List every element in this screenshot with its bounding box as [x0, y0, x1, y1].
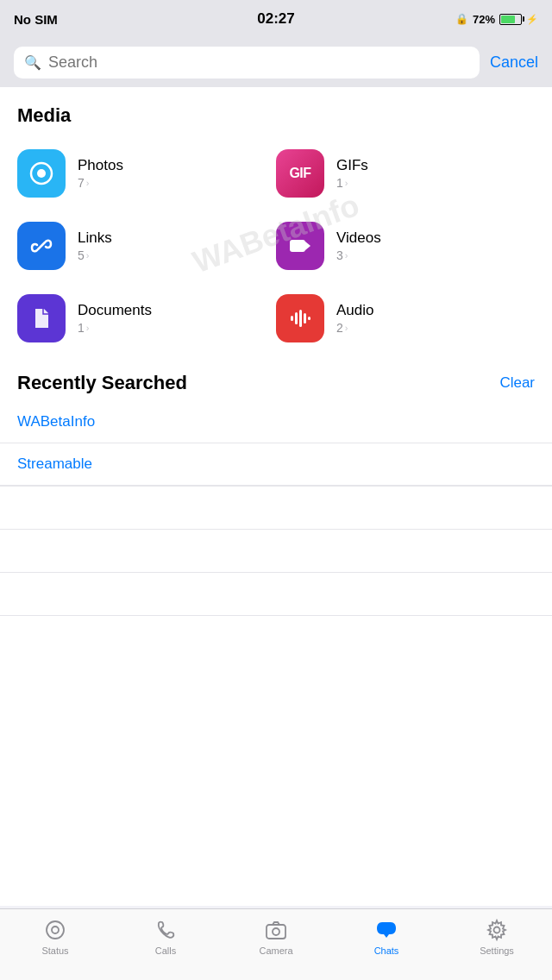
- calls-tab-label: Calls: [155, 945, 176, 956]
- status-right: 🔒 72% ⚡: [455, 13, 538, 26]
- tab-status[interactable]: Status: [29, 918, 81, 956]
- videos-icon: [287, 233, 313, 259]
- tab-settings[interactable]: Settings: [471, 918, 523, 956]
- audio-label: Audio: [336, 302, 373, 319]
- audio-icon: [287, 305, 313, 331]
- main-content: WABetaInfo Media Photos 7 ›: [0, 87, 552, 906]
- svg-point-11: [52, 927, 59, 933]
- documents-count: 1 ›: [78, 321, 152, 335]
- links-info: Links 5 ›: [78, 229, 112, 262]
- documents-info: Documents 1 ›: [78, 302, 152, 335]
- tab-bar: Status Calls Camera Chats: [0, 908, 552, 980]
- gifs-icon-bg: GIF: [276, 149, 324, 198]
- svg-rect-12: [267, 925, 285, 939]
- search-magnifier-icon: 🔍: [24, 54, 41, 71]
- svg-rect-8: [304, 313, 306, 324]
- svg-point-13: [273, 928, 279, 935]
- gifs-label: GIFs: [336, 157, 368, 174]
- links-icon-bg: [17, 222, 66, 270]
- camera-tab-icon: [264, 918, 288, 942]
- chats-tab-label: Chats: [374, 945, 399, 956]
- svg-point-10: [47, 921, 64, 939]
- svg-point-1: [37, 169, 46, 178]
- chats-tab-icon: [374, 918, 398, 942]
- photos-icon-bg: [17, 149, 66, 198]
- links-count: 5 ›: [78, 248, 112, 262]
- documents-icon: [28, 305, 54, 331]
- cancel-button[interactable]: Cancel: [490, 53, 538, 72]
- media-item-documents[interactable]: Documents 1 ›: [17, 282, 276, 355]
- gifs-info: GIFs 1 ›: [336, 157, 368, 190]
- divider-2: [0, 487, 552, 530]
- videos-count: 3 ›: [336, 248, 381, 262]
- media-item-photos[interactable]: Photos 7 ›: [17, 137, 276, 210]
- search-result-wabetainfo[interactable]: WABetaInfo: [0, 401, 552, 443]
- tab-chats[interactable]: Chats: [361, 918, 412, 956]
- photos-count: 7 ›: [78, 176, 123, 190]
- videos-label: Videos: [336, 229, 381, 247]
- photos-info: Photos 7 ›: [78, 157, 123, 190]
- media-item-videos[interactable]: Videos 3 ›: [276, 210, 535, 282]
- search-input[interactable]: [48, 53, 469, 72]
- gif-text-icon: GIF: [289, 166, 310, 181]
- svg-marker-4: [305, 242, 310, 250]
- media-section-title: Media: [0, 87, 552, 137]
- audio-info: Audio 2 ›: [336, 302, 373, 335]
- calls-icon: [154, 919, 177, 941]
- videos-info: Videos 3 ›: [336, 229, 381, 262]
- camera-tab-label: Camera: [259, 945, 292, 956]
- recently-searched-header: Recently Searched Clear: [0, 355, 552, 401]
- settings-tab-label: Settings: [480, 945, 514, 956]
- camera-icon: [265, 919, 287, 941]
- status-icon: [44, 919, 66, 941]
- svg-point-14: [494, 927, 500, 933]
- photos-label: Photos: [78, 157, 123, 174]
- divider-4: [0, 573, 552, 616]
- tab-calls[interactable]: Calls: [140, 918, 191, 956]
- audio-count: 2 ›: [336, 321, 373, 335]
- documents-icon-bg: [17, 294, 66, 342]
- media-item-gifs[interactable]: GIF GIFs 1 ›: [276, 137, 535, 210]
- svg-rect-6: [295, 312, 298, 324]
- search-input-container[interactable]: 🔍: [14, 47, 480, 79]
- settings-icon: [486, 919, 508, 941]
- calls-tab-icon: [154, 918, 178, 942]
- media-section: Media Photos 7 › GIF: [0, 87, 552, 355]
- audio-icon-bg: [276, 294, 324, 342]
- svg-rect-7: [299, 310, 302, 327]
- documents-label: Documents: [78, 302, 152, 319]
- time-label: 02:27: [257, 10, 294, 28]
- photos-icon: [28, 160, 54, 186]
- recently-searched-title: Recently Searched: [17, 372, 187, 394]
- battery-icon: [499, 14, 522, 25]
- svg-line-2: [38, 242, 45, 249]
- lock-icon: 🔒: [455, 13, 468, 25]
- clear-button[interactable]: Clear: [499, 374, 535, 392]
- chats-icon: [375, 919, 398, 941]
- search-bar: 🔍 Cancel: [0, 38, 552, 87]
- svg-rect-3: [290, 240, 305, 252]
- links-label: Links: [78, 229, 112, 247]
- recently-searched-section: Recently Searched Clear WABetaInfo Strea…: [0, 355, 552, 616]
- videos-icon-bg: [276, 222, 324, 270]
- carrier-label: No SIM: [14, 12, 58, 27]
- links-icon: [28, 233, 54, 259]
- status-tab-icon: [43, 918, 67, 942]
- gifs-count: 1 ›: [336, 176, 368, 190]
- divider-3: [0, 530, 552, 573]
- status-bar: No SIM 02:27 🔒 72% ⚡: [0, 0, 552, 38]
- battery-percent: 72%: [473, 13, 495, 26]
- svg-rect-9: [308, 317, 310, 320]
- media-item-audio[interactable]: Audio 2 ›: [276, 282, 535, 355]
- settings-tab-icon: [485, 918, 509, 942]
- tab-camera[interactable]: Camera: [250, 918, 302, 956]
- svg-rect-5: [291, 316, 293, 321]
- media-item-links[interactable]: Links 5 ›: [17, 210, 276, 282]
- search-result-streamable[interactable]: Streamable: [0, 443, 552, 486]
- media-grid: Photos 7 › GIF GIFs 1 ›: [0, 137, 552, 355]
- bolt-icon: ⚡: [526, 14, 538, 25]
- status-tab-label: Status: [41, 945, 68, 956]
